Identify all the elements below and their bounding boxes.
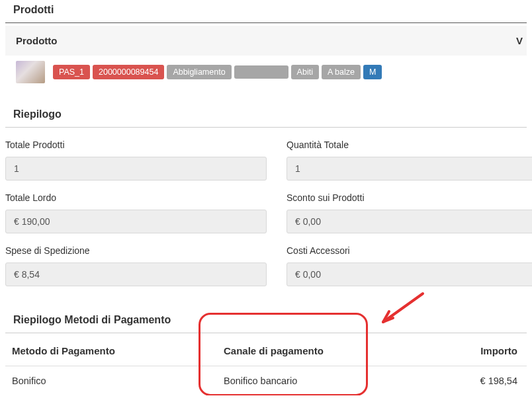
cell-canale: Bonifico bancario xyxy=(224,376,409,386)
field-quantita-totale: Quantità Totale xyxy=(287,140,532,181)
col-header-canale: Canale di pagamento xyxy=(224,345,409,356)
section-title-riepilogo: Riepilogo xyxy=(5,104,527,128)
col-header-metodo: Metodo di Pagamento xyxy=(12,345,224,356)
field-totale-prodotti: Totale Prodotti xyxy=(5,140,267,181)
section-title-prodotti: Prodotti xyxy=(5,0,527,23)
product-tags: PAS_1 2000000089454 Abbigliamento Abiti … xyxy=(53,65,382,79)
tag-type: Abiti xyxy=(291,65,319,79)
tag-size: M xyxy=(363,65,382,79)
field-totale-lordo: Totale Lordo xyxy=(5,192,267,233)
label-quantita-totale: Quantità Totale xyxy=(287,140,532,150)
input-totale-prodotti[interactable] xyxy=(5,157,267,181)
section-title-metodi-pagamento: Riepilogo Metodi di Pagamento xyxy=(5,310,527,333)
label-costi-accessori: Costi Accessori xyxy=(287,245,532,256)
field-spese-spedizione: Spese di Spedizione xyxy=(5,245,267,286)
tag-sku: PAS_1 xyxy=(53,65,90,79)
input-sconto-prodotti[interactable] xyxy=(287,210,532,233)
cell-metodo: Bonifico xyxy=(12,376,224,386)
field-sconto-prodotti: Sconto sui Prodotti xyxy=(287,192,532,233)
input-totale-lordo[interactable] xyxy=(5,210,267,233)
tag-category: Abbigliamento xyxy=(167,65,231,79)
cell-importo: € 198,54 xyxy=(409,376,520,386)
tag-barcode: 2000000089454 xyxy=(93,65,164,79)
payment-header-row: Metodo di Pagamento Canale di pagamento … xyxy=(5,336,527,366)
field-costi-accessori: Costi Accessori xyxy=(287,245,532,286)
column-header-vendor-cut: V xyxy=(506,26,527,56)
label-spese-spedizione: Spese di Spedizione xyxy=(5,245,267,256)
input-quantita-totale[interactable] xyxy=(287,157,532,181)
label-sconto-prodotti: Sconto sui Prodotti xyxy=(287,192,532,203)
payment-row: Bonifico Bonifico bancario € 198,54 xyxy=(5,366,527,395)
label-totale-lordo: Totale Lordo xyxy=(5,192,267,203)
col-header-importo: Importo xyxy=(409,345,520,356)
tag-brand xyxy=(234,65,288,79)
label-totale-prodotti: Totale Prodotti xyxy=(5,140,267,150)
tag-style: A balze xyxy=(322,65,361,79)
input-costi-accessori[interactable] xyxy=(287,263,532,286)
column-header-prodotto: Prodotto xyxy=(5,26,506,56)
product-thumbnail[interactable] xyxy=(16,61,45,83)
product-row: PAS_1 2000000089454 Abbigliamento Abiti … xyxy=(5,56,527,91)
input-spese-spedizione[interactable] xyxy=(5,263,267,286)
